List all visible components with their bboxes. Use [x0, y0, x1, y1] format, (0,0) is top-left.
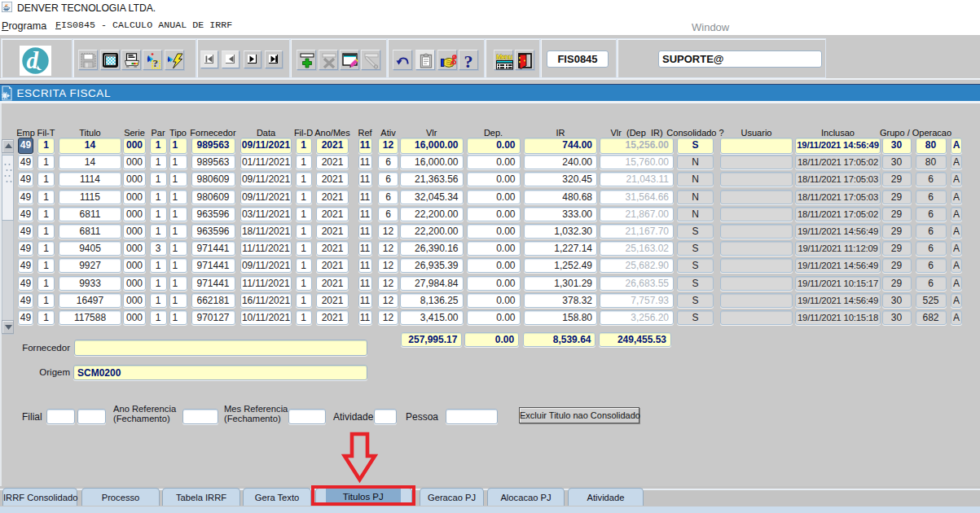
svg-text:d: d [27, 47, 39, 73]
svg-text:?: ? [153, 57, 159, 69]
svg-text:?: ? [464, 53, 473, 70]
svg-text:Menu: Menu [496, 53, 512, 61]
